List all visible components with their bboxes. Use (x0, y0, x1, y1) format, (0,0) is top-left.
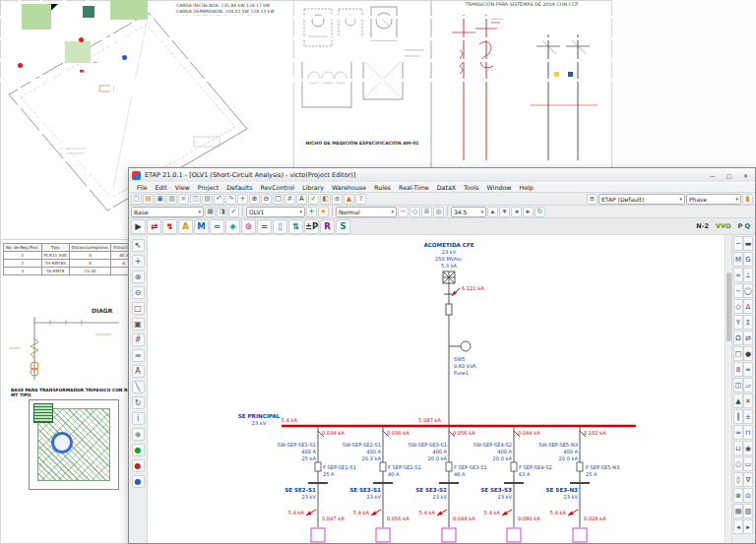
run-icon[interactable]: ● (132, 444, 145, 456)
edit-mode-icon[interactable]: ▶ (131, 219, 146, 234)
text-icon[interactable]: A (296, 194, 307, 205)
stop-icon[interactable]: ● (132, 459, 145, 472)
save-icon[interactable]: ▣ (155, 194, 165, 205)
palette-element-icon[interactable]: Σ (743, 315, 753, 330)
palette-element-icon[interactable]: ▥ (743, 504, 753, 518)
palette-element-icon[interactable]: ◂ (733, 519, 743, 534)
fuse-icon[interactable] (446, 462, 452, 471)
ruler-icon[interactable]: ≡ (132, 349, 145, 362)
revision-combo[interactable]: Base ▾ (131, 207, 204, 217)
power-grid-icon[interactable] (443, 272, 455, 283)
vvo-mode-icon[interactable]: VVO (713, 222, 733, 230)
contingency-n2-label[interactable]: N-2 (693, 222, 712, 230)
data-manager-icon[interactable]: ▦ (205, 207, 216, 217)
lock-tool-icon[interactable]: ◆ (132, 428, 145, 441)
next-icon[interactable]: ▸ (523, 207, 534, 217)
refresh-icon[interactable]: ↻ (535, 207, 545, 217)
palette-element-icon[interactable]: ⊗ (733, 488, 743, 503)
menu-item[interactable]: RevControl (257, 184, 298, 191)
transformer-icon[interactable] (376, 528, 390, 542)
one-line-icon[interactable]: ~ (398, 207, 409, 217)
new-presentation-icon[interactable]: + (306, 207, 317, 217)
menu-item[interactable]: Defaults (222, 184, 256, 191)
palette-element-icon[interactable]: M (733, 252, 743, 267)
palette-element-icon[interactable]: ∞ (733, 268, 743, 282)
overview-icon[interactable]: ▣ (132, 318, 145, 331)
palette-element-icon[interactable]: ─ (733, 236, 743, 251)
fuse-icon[interactable] (315, 462, 321, 471)
menu-item[interactable]: File (133, 184, 152, 191)
layers-icon[interactable]: ≣ (421, 207, 432, 217)
line-tool-icon[interactable]: ╲ (132, 381, 145, 393)
feeder[interactable]: 0.102 kA SW-SEP-SE5-N3 400 A 20.0 kA F S… (538, 426, 619, 542)
transformer-icon[interactable] (573, 528, 587, 542)
zoom-window-icon[interactable]: □ (132, 302, 145, 315)
prev-icon[interactable]: ◂ (511, 207, 522, 217)
unbalanced-mode-icon[interactable]: ⇅ (288, 219, 303, 234)
short-circuit-mode-icon[interactable]: ↯ (162, 219, 177, 234)
palette-element-icon[interactable]: ║ (733, 409, 743, 424)
switching-mode-icon[interactable]: S (336, 219, 350, 234)
grid-icon[interactable]: # (284, 194, 295, 205)
fuse-icon[interactable] (380, 462, 386, 471)
optimal-power-flow-mode-icon[interactable]: ±P (304, 219, 319, 234)
menu-item[interactable]: Window (483, 184, 516, 191)
view-3d-icon[interactable]: ◇ (410, 207, 420, 217)
palette-element-icon[interactable]: ∇ (743, 472, 753, 487)
dc-load-flow-mode-icon[interactable]: = (257, 219, 272, 234)
palette-element-icon[interactable]: ◇ (733, 299, 743, 314)
zoom-in-tool-icon[interactable]: ⊕ (132, 271, 145, 283)
open-icon[interactable]: ▤ (143, 194, 154, 205)
palette-element-icon[interactable]: ≈ (733, 425, 743, 440)
fuse-icon[interactable] (511, 462, 517, 471)
menu-item[interactable]: Tools (460, 184, 483, 191)
zoom-in-icon[interactable]: ⊕ (249, 194, 260, 205)
menu-item[interactable]: Rules (370, 184, 395, 191)
star-icon[interactable]: ★ (318, 207, 329, 217)
import-database-icon[interactable]: ▮ (742, 194, 753, 205)
palette-element-icon[interactable]: ● (743, 346, 753, 361)
menu-item[interactable]: Warehouse (328, 184, 370, 191)
palette-element-icon[interactable]: ✕ (743, 393, 753, 408)
palette-element-icon[interactable]: ⊙ (743, 488, 753, 503)
scrollbar-thumb[interactable] (726, 272, 731, 341)
title-bar[interactable]: ETAP 21.0.1 - [OLV1 (Short-Circuit Analy… (129, 168, 755, 182)
arc-flash-mode-icon[interactable]: A (178, 219, 193, 234)
menu-item[interactable]: Edit (152, 184, 171, 191)
help-icon[interactable]: ? (355, 194, 366, 205)
palette-element-icon[interactable]: ◊ (733, 472, 743, 487)
palette-element-icon[interactable]: ⊓ (743, 425, 753, 440)
menu-item[interactable]: DataX (433, 184, 460, 191)
palette-element-icon[interactable]: ◉ (743, 441, 753, 455)
olv-combo[interactable]: OLV1 ▾ (246, 207, 305, 217)
pq-mode-icon[interactable]: P Q (734, 222, 753, 230)
transformer-icon[interactable] (507, 528, 521, 542)
palette-element-icon[interactable]: ◫ (733, 378, 743, 393)
down-icon[interactable]: ▾ (499, 207, 510, 217)
palette-element-icon[interactable]: ▬ (743, 236, 753, 251)
pan-icon[interactable]: + (237, 194, 248, 205)
palette-element-icon[interactable]: ⇄ (743, 331, 753, 345)
find-icon[interactable]: ◎ (433, 207, 444, 217)
palette-element-icon[interactable]: 8 (733, 362, 743, 377)
transformer-icon[interactable] (442, 528, 456, 542)
transformer-icon[interactable] (311, 528, 325, 542)
zoom-out-tool-icon[interactable]: ⊖ (132, 286, 145, 299)
oneline-canvas[interactable]: ACOMETIDA CFE 23 kV 250 MVAsc 5.3 kA (148, 235, 731, 543)
close-button[interactable]: ✕ (739, 172, 752, 179)
maximize-button[interactable]: ▢ (723, 172, 735, 179)
harmonic-mode-icon[interactable]: ≈ (210, 219, 224, 234)
transient-mode-icon[interactable]: ◈ (225, 219, 240, 234)
menu-item[interactable]: Library (298, 184, 328, 191)
rotate-icon[interactable]: ↻ (132, 396, 145, 409)
load-flow-mode-icon[interactable]: ⇄ (147, 219, 161, 234)
text-tool-icon[interactable]: A (132, 365, 145, 378)
minimize-button[interactable]: — (706, 172, 719, 179)
zoom-fit-icon[interactable]: □ (273, 194, 284, 205)
palette-element-icon[interactable]: Δ (743, 299, 753, 314)
hamburger-icon[interactable]: ≡ (587, 194, 598, 205)
palette-element-icon[interactable]: ~ (733, 283, 743, 298)
undo-icon[interactable]: ↶ (214, 194, 224, 205)
presentation-combo[interactable]: Normal ▾ (336, 207, 397, 217)
palette-element-icon[interactable]: ▲ (733, 393, 743, 408)
